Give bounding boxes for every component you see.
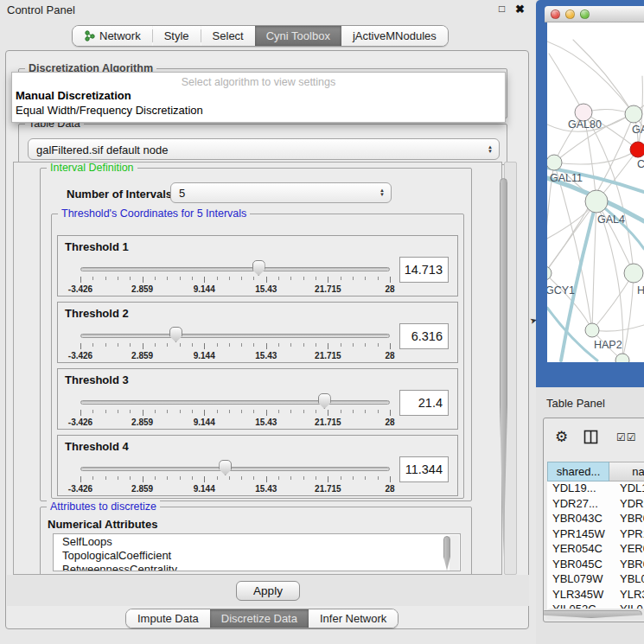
slider-track[interactable]: [80, 267, 390, 271]
cell-name[interactable]: YPR1: [609, 527, 644, 543]
scrollbar-thumb[interactable]: [543, 610, 642, 618]
slider-thumb[interactable]: [169, 327, 182, 342]
cell-shared-name[interactable]: YLR345W: [547, 588, 609, 603]
tick-mark: [167, 476, 168, 480]
table-row[interactable]: YLR345WYLR3: [547, 588, 644, 603]
tick-mark: [303, 343, 304, 347]
threshold-2-slider[interactable]: -3.4262.8599.14415.4321.71528: [80, 332, 390, 361]
threshold-2-value-field[interactable]: 6.316: [399, 323, 449, 349]
network-node[interactable]: [585, 323, 599, 337]
close-icon[interactable]: ✖: [515, 3, 525, 16]
tick-label: -3.426: [68, 284, 92, 294]
checkbox-icons[interactable]: ☑☑: [616, 431, 637, 443]
threshold-3-slider[interactable]: -3.4262.8599.14415.4321.71528: [80, 399, 390, 428]
table-horizontal-scrollbar[interactable]: [545, 609, 644, 620]
tick-mark: [217, 277, 218, 280]
table-row[interactable]: YDL19...YDL1: [547, 481, 644, 497]
algorithm-option-manual[interactable]: Manual Discretization: [12, 88, 505, 103]
network-node[interactable]: [547, 266, 552, 280]
tick-mark: [229, 277, 230, 280]
network-node[interactable]: [615, 354, 629, 362]
attribute-item[interactable]: TopologicalCoefficient: [54, 548, 460, 562]
network-node[interactable]: [585, 190, 608, 213]
tab-cyni-toolbox[interactable]: Cyni Toolbox: [255, 26, 341, 46]
gear-icon[interactable]: ⚙: [555, 428, 568, 446]
slider-track[interactable]: [80, 334, 390, 338]
network-window-titlebar[interactable]: [545, 6, 644, 22]
columns-icon[interactable]: [583, 430, 598, 444]
network-edge[interactable]: [592, 273, 634, 330]
cell-name[interactable]: YDL1: [609, 481, 644, 497]
tab-style[interactable]: Style: [153, 26, 201, 46]
tick-label: 28: [385, 284, 394, 294]
number-of-intervals-select[interactable]: 5 ▲▼: [170, 182, 392, 203]
cell-name[interactable]: YDR2: [609, 497, 644, 513]
table-panel: Table Panel ⚙ ☑☑ shared... na YDL19...YD…: [536, 387, 644, 644]
main-vertical-scrollbar[interactable]: [504, 162, 517, 575]
cell-shared-name[interactable]: YER054C: [547, 542, 609, 558]
attribute-item[interactable]: SelfLoops: [54, 534, 460, 548]
attribute-item[interactable]: BetweennessCentrality: [54, 562, 460, 571]
table-data-select[interactable]: galFiltered.sif default node ▲▼: [28, 138, 500, 160]
network-node[interactable]: [630, 142, 644, 157]
tab-infer-network[interactable]: Infer Network: [309, 609, 398, 628]
network-node[interactable]: [624, 264, 643, 283]
cell-name[interactable]: YER0: [609, 542, 644, 558]
threshold-4-slider[interactable]: -3.4262.8599.14415.4321.71528: [80, 465, 390, 494]
threshold-3-value-field[interactable]: 21.4: [399, 390, 449, 416]
table-row[interactable]: YDR27...YDR2: [547, 497, 644, 513]
tab-discretize-data[interactable]: Discretize Data: [210, 609, 309, 628]
cell-name[interactable]: YBR0: [609, 512, 644, 527]
numerical-attributes-list[interactable]: SelfLoopsTopologicalCoefficientBetweenne…: [53, 533, 461, 571]
apply-button[interactable]: Apply: [236, 581, 300, 601]
cell-name[interactable]: YBR0: [609, 558, 644, 573]
network-edge[interactable]: [622, 273, 634, 360]
cell-name[interactable]: YLR3: [609, 588, 644, 603]
cell-shared-name[interactable]: YDR27...: [547, 497, 609, 513]
tab-jactivemnodules[interactable]: jActiveMNodules: [341, 26, 448, 46]
slider-thumb[interactable]: [219, 460, 232, 475]
column-header-shared-name[interactable]: shared...: [547, 462, 609, 481]
threshold-1-label: Threshold 1: [65, 240, 129, 253]
cell-shared-name[interactable]: YPR145W: [547, 527, 609, 543]
slider-track[interactable]: [80, 467, 390, 471]
network-node[interactable]: [547, 155, 562, 170]
slider-thumb[interactable]: [318, 393, 331, 409]
float-window-icon[interactable]: □: [499, 3, 505, 15]
tick-mark: [229, 410, 230, 413]
slider-track[interactable]: [80, 400, 390, 405]
table-row[interactable]: YBR043CYBR0: [547, 512, 644, 527]
network-node[interactable]: [625, 105, 642, 123]
algorithm-option-equal-width[interactable]: Equal Width/Frequency Discretization: [12, 103, 505, 118]
network-edge[interactable]: [549, 54, 583, 112]
node-label: HAP2: [594, 339, 622, 351]
network-edge[interactable]: [592, 325, 644, 331]
threshold-4-value-field[interactable]: 11.344: [399, 456, 449, 482]
table-row[interactable]: YBR045CYBR0: [547, 558, 644, 573]
cell-shared-name[interactable]: YBL079W: [547, 572, 609, 588]
zoom-traffic-light[interactable]: [580, 10, 590, 19]
attributes-scrollbar[interactable]: [450, 535, 459, 571]
network-canvas[interactable]: GAL80GACGAL11GAL4GCY1HHAP2: [547, 22, 644, 362]
tab-network[interactable]: Network: [73, 26, 152, 46]
network-edge[interactable]: [573, 40, 634, 114]
network-edge[interactable]: [554, 150, 638, 164]
threshold-1-value-field[interactable]: 14.713: [399, 257, 449, 283]
table-row[interactable]: YBL079WYBL0: [547, 572, 644, 588]
tab-impute-data[interactable]: Impute Data: [126, 609, 210, 628]
cell-name[interactable]: YBL0: [609, 572, 644, 588]
threshold-1-slider[interactable]: -3.4262.8599.14415.4321.71528: [80, 265, 390, 295]
column-header-name[interactable]: na: [609, 462, 644, 481]
network-edge[interactable]: [547, 201, 596, 273]
cell-shared-name[interactable]: YBR043C: [547, 512, 609, 527]
tab-select[interactable]: Select: [201, 26, 255, 46]
table-row[interactable]: YPR145WYPR1: [547, 527, 644, 543]
slider-thumb[interactable]: [252, 260, 265, 276]
close-traffic-light[interactable]: [551, 10, 560, 19]
minimize-traffic-light[interactable]: [565, 10, 575, 19]
cell-shared-name[interactable]: YDL19...: [547, 481, 609, 497]
number-of-intervals-label: Number of Intervals: [67, 188, 172, 201]
node-label: C: [637, 158, 644, 170]
table-row[interactable]: YER054CYER0: [547, 542, 644, 558]
cell-shared-name[interactable]: YBR045C: [547, 558, 609, 573]
